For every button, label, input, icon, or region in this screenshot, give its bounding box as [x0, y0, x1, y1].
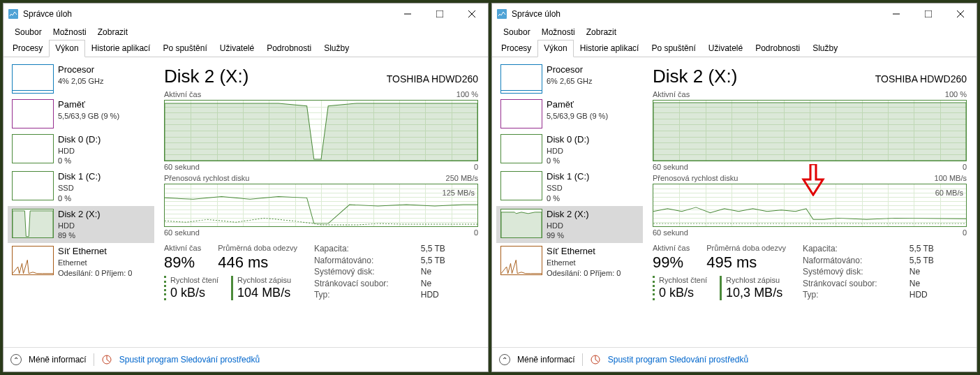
- sidebar-item-label: Paměť: [547, 99, 608, 111]
- footer: ⌃ Méně informací Spustit program Sledová…: [3, 347, 488, 372]
- stat-active-value: 89%: [164, 253, 201, 272]
- sidebar-item-disk-2[interactable]: Disk 0 (D:)HDD0 %: [8, 131, 154, 168]
- close-button[interactable]: [456, 3, 488, 24]
- task-manager-window-0: Správce úloh Soubor Možnosti Zobrazit Pr…: [3, 3, 489, 372]
- menu-options[interactable]: Možnosti: [47, 26, 92, 38]
- tab-users[interactable]: Uživatelé: [214, 40, 260, 57]
- menu-view[interactable]: Zobrazit: [581, 26, 622, 38]
- chart1-x-right: 0: [963, 163, 967, 171]
- active-time-chart: [164, 100, 478, 161]
- fewer-details-link[interactable]: Méně informací: [517, 355, 575, 365]
- collapse-icon[interactable]: ⌃: [499, 354, 510, 365]
- sidebar-item-label: Disk 0 (D:): [58, 134, 101, 146]
- sidebar-item-net-5[interactable]: Síť EthernetEthernetOdesílání: 0 Příjem:…: [8, 243, 154, 280]
- stat-write-value: 104 MB/s: [237, 286, 291, 300]
- menubar: Soubor Možnosti Zobrazit: [3, 24, 488, 40]
- chart2-x-right: 0: [963, 228, 967, 237]
- chart1-x-right: 0: [474, 163, 478, 171]
- sidebar-item-sub1: HDD: [58, 146, 101, 156]
- fewer-details-link[interactable]: Méně informací: [29, 355, 87, 365]
- stat-read-value: 0 kB/s: [170, 286, 218, 300]
- minimize-button[interactable]: [880, 3, 912, 24]
- chart2-x-right: 0: [474, 228, 478, 237]
- sidebar-item-cpu-0[interactable]: Procesor4% 2,05 GHz: [8, 61, 154, 96]
- tab-users[interactable]: Uživatelé: [702, 40, 749, 57]
- chart2-label-right: 100 MB/s: [935, 174, 967, 182]
- tab-app-history[interactable]: Historie aplikací: [574, 40, 646, 57]
- tab-app-history[interactable]: Historie aplikací: [85, 40, 157, 57]
- minimize-button[interactable]: [392, 3, 424, 24]
- sidebar-item-disk-3[interactable]: Disk 1 (C:)SSD0 %: [8, 168, 154, 205]
- sidebar-thumb: [12, 99, 54, 128]
- chart1-x-left: 60 sekund: [653, 163, 688, 171]
- sidebar-item-cpu-0[interactable]: Procesor6% 2,65 GHz: [496, 61, 643, 96]
- sidebar-item-net-5[interactable]: Síť EthernetEthernetOdesílání: 0 Příjem:…: [496, 243, 643, 280]
- throughput-chart: 125 MB/s: [164, 184, 478, 227]
- tab-processes[interactable]: Procesy: [6, 40, 49, 57]
- sidebar-item-sub2: 89 %: [58, 230, 101, 240]
- tab-services[interactable]: Služby: [806, 40, 844, 57]
- sidebar-item-label: Síť Ethernet: [547, 246, 621, 258]
- sidebar-thumb: [500, 64, 542, 94]
- tab-strip: Procesy Výkon Historie aplikací Po spušt…: [492, 40, 977, 57]
- stat-response-value: 446 ms: [218, 253, 297, 272]
- sidebar-item-disk-4[interactable]: Disk 2 (X:)HDD89 %: [8, 206, 154, 243]
- sidebar-item-label: Síť Ethernet: [58, 246, 132, 258]
- tab-services[interactable]: Služby: [318, 40, 355, 57]
- sidebar-item-disk-3[interactable]: Disk 1 (C:)SSD0 %: [496, 168, 643, 205]
- sidebar-item-disk-4[interactable]: Disk 2 (X:)HDD99 %: [496, 206, 643, 243]
- sidebar-item-label: Disk 2 (X:): [58, 209, 101, 221]
- close-button[interactable]: [944, 3, 977, 24]
- tab-details[interactable]: Podrobnosti: [749, 40, 806, 57]
- tab-performance[interactable]: Výkon: [537, 40, 573, 57]
- sidebar-thumb: [12, 246, 54, 275]
- sidebar-item-mem-1[interactable]: Paměť5,5/63,9 GB (9 %): [8, 96, 154, 131]
- sidebar-item-sub1: Ethernet: [547, 258, 621, 267]
- stat-active-label: Aktivní čas: [164, 244, 201, 252]
- perf-sidebar[interactable]: Procesor6% 2,65 GHzPaměť5,5/63,9 GB (9 %…: [496, 61, 643, 347]
- menu-file[interactable]: Soubor: [9, 26, 47, 38]
- sidebar-thumb: [12, 209, 54, 238]
- sidebar-item-disk-2[interactable]: Disk 0 (D:)HDD0 %: [496, 131, 643, 168]
- perf-detail: Disk 2 (X:) TOSHIBA HDWD260 Aktivní čas …: [154, 61, 488, 347]
- footer: ⌃ Méně informací Spustit program Sledová…: [492, 347, 977, 372]
- sidebar-thumb: [12, 64, 54, 94]
- tab-strip: Procesy Výkon Historie aplikací Po spušt…: [3, 40, 488, 57]
- maximize-button[interactable]: [912, 3, 944, 24]
- collapse-icon[interactable]: ⌃: [10, 354, 22, 365]
- menu-view[interactable]: Zobrazit: [92, 26, 133, 38]
- tab-processes[interactable]: Procesy: [495, 40, 537, 57]
- tab-startup[interactable]: Po spuštění: [645, 40, 701, 57]
- sidebar-item-mem-1[interactable]: Paměť5,5/63,9 GB (9 %): [496, 96, 643, 131]
- open-resource-monitor-link[interactable]: Spustit program Sledování prostředků: [608, 355, 748, 365]
- svg-rect-2: [436, 10, 443, 17]
- chart2-label-right: 250 MB/s: [446, 174, 478, 182]
- stat-active-value: 99%: [653, 253, 690, 272]
- detail-model: TOSHIBA HDWD260: [875, 73, 967, 84]
- sidebar-item-sub1: HDD: [58, 221, 101, 230]
- maximize-button[interactable]: [424, 3, 456, 24]
- resource-monitor-icon: [590, 354, 601, 365]
- chart1-label-right: 100 %: [456, 90, 478, 98]
- menu-options[interactable]: Možnosti: [536, 26, 581, 38]
- menu-file[interactable]: Soubor: [498, 26, 536, 38]
- sidebar-item-sub2: 0 %: [547, 156, 589, 166]
- sidebar-item-sub1: SSD: [58, 183, 101, 193]
- tab-details[interactable]: Podrobnosti: [260, 40, 318, 57]
- tab-performance[interactable]: Výkon: [49, 40, 84, 57]
- sidebar-thumb: [500, 209, 542, 238]
- titlebar: Správce úloh: [3, 3, 488, 24]
- sidebar-item-sub1: 6% 2,65 GHz: [547, 76, 592, 86]
- open-resource-monitor-link[interactable]: Spustit program Sledování prostředků: [119, 355, 260, 365]
- sidebar-item-label: Paměť: [58, 99, 119, 111]
- window-title: Správce úloh: [23, 9, 392, 19]
- titlebar: Správce úloh: [492, 3, 977, 24]
- perf-sidebar[interactable]: Procesor4% 2,05 GHzPaměť5,5/63,9 GB (9 %…: [8, 61, 154, 347]
- chart1-label-right: 100 %: [945, 90, 967, 98]
- tab-startup[interactable]: Po spuštění: [156, 40, 213, 57]
- sidebar-thumb: [500, 99, 542, 128]
- sidebar-item-sub1: SSD: [547, 183, 589, 193]
- sidebar-item-label: Procesor: [547, 64, 592, 76]
- stat-write-value: 10,3 MB/s: [726, 286, 782, 300]
- disk-info-grid: Kapacita:5,5 TB Naformátováno:5,5 TB Sys…: [314, 244, 461, 300]
